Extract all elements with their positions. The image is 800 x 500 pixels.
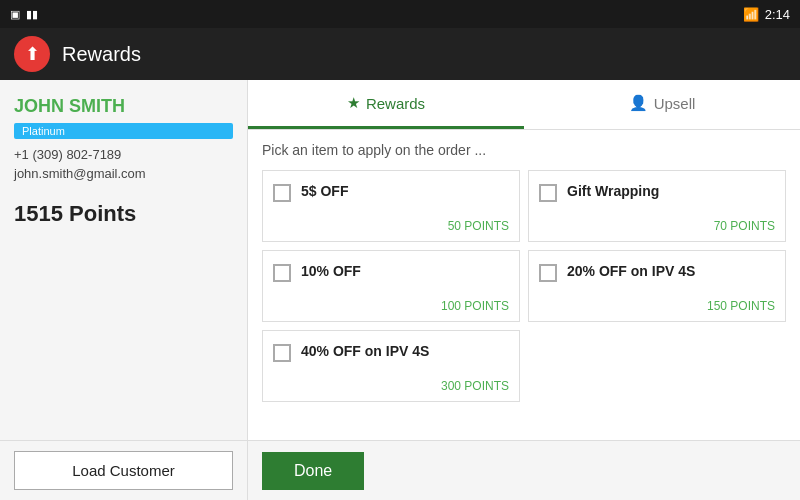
reward-checkbox-2[interactable] <box>539 184 557 202</box>
reward-checkbox-1[interactable] <box>273 184 291 202</box>
tab-upsell-label: Upsell <box>654 95 696 112</box>
person-icon: 👤 <box>629 94 648 112</box>
reward-card-5-top: 40% OFF on IPV 4S <box>273 343 509 375</box>
reward-points-4: 150 POINTS <box>539 299 775 313</box>
reward-name-4: 20% OFF on IPV 4S <box>567 263 695 279</box>
reward-card-2[interactable]: Gift Wrapping 70 POINTS <box>528 170 786 242</box>
reward-points-3: 100 POINTS <box>273 299 509 313</box>
app-icon: ⬆ <box>14 36 50 72</box>
time-display: 2:14 <box>765 7 790 22</box>
reward-checkbox-3[interactable] <box>273 264 291 282</box>
rewards-arrow-icon: ⬆ <box>25 43 40 65</box>
reward-name-3: 10% OFF <box>301 263 361 279</box>
right-panel: ★ Rewards 👤 Upsell Pick an item to apply… <box>248 80 800 440</box>
reward-card-1[interactable]: 5$ OFF 50 POINTS <box>262 170 520 242</box>
star-icon: ★ <box>347 94 360 112</box>
reward-card-5[interactable]: 40% OFF on IPV 4S 300 POINTS <box>262 330 520 402</box>
bottom-action-bar: Load Customer Done <box>0 440 800 500</box>
reward-points-5: 300 POINTS <box>273 379 509 393</box>
tab-rewards[interactable]: ★ Rewards <box>248 80 524 129</box>
main-content: JOHN SMITH Platinum +1 (309) 802-7189 jo… <box>0 80 800 440</box>
signal-icon: ▮▮ <box>26 8 38 21</box>
left-panel: JOHN SMITH Platinum +1 (309) 802-7189 jo… <box>0 80 248 440</box>
reward-card-3[interactable]: 10% OFF 100 POINTS <box>262 250 520 322</box>
reward-card-4[interactable]: 20% OFF on IPV 4S 150 POINTS <box>528 250 786 322</box>
customer-phone: +1 (309) 802-7189 <box>14 147 233 162</box>
reward-checkbox-5[interactable] <box>273 344 291 362</box>
reward-grid: 5$ OFF 50 POINTS Gift Wrapping 70 POINTS <box>262 170 786 402</box>
tab-rewards-label: Rewards <box>366 95 425 112</box>
reward-card-1-top: 5$ OFF <box>273 183 509 215</box>
tier-badge: Platinum <box>14 123 233 139</box>
reward-name-1: 5$ OFF <box>301 183 348 199</box>
wifi-icon: 📶 <box>743 7 759 22</box>
reward-card-3-top: 10% OFF <box>273 263 509 295</box>
bottom-right: Done <box>248 440 800 500</box>
reward-name-5: 40% OFF on IPV 4S <box>301 343 429 359</box>
reward-points-2: 70 POINTS <box>539 219 775 233</box>
reward-name-2: Gift Wrapping <box>567 183 659 199</box>
done-button[interactable]: Done <box>262 452 364 490</box>
reward-card-4-top: 20% OFF on IPV 4S <box>539 263 775 295</box>
status-left: ▣ ▮▮ <box>10 8 38 21</box>
customer-email: john.smith@gmail.com <box>14 166 233 181</box>
bottom-left: Load Customer <box>0 440 248 500</box>
sim-icon: ▣ <box>10 8 20 21</box>
app-bar: ⬆ Rewards <box>0 28 800 80</box>
customer-name: JOHN SMITH <box>14 96 233 117</box>
reward-checkbox-4[interactable] <box>539 264 557 282</box>
status-right: 📶 2:14 <box>743 7 790 22</box>
points-display: 1515 Points <box>14 201 233 227</box>
reward-points-1: 50 POINTS <box>273 219 509 233</box>
load-customer-button[interactable]: Load Customer <box>14 451 233 490</box>
tabs: ★ Rewards 👤 Upsell <box>248 80 800 130</box>
tab-upsell[interactable]: 👤 Upsell <box>524 80 800 129</box>
pick-label: Pick an item to apply on the order ... <box>262 142 786 158</box>
app-title: Rewards <box>62 43 141 66</box>
reward-card-2-top: Gift Wrapping <box>539 183 775 215</box>
status-bar: ▣ ▮▮ 📶 2:14 <box>0 0 800 28</box>
rewards-content: Pick an item to apply on the order ... 5… <box>248 130 800 440</box>
